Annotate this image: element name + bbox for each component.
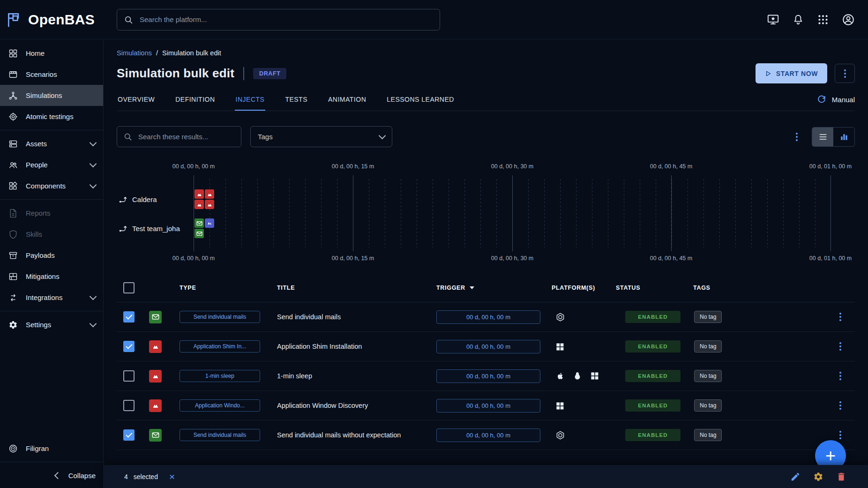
clear-selection-button[interactable]: × [166, 471, 178, 482]
sidebar-item-atomic-testings[interactable]: Atomic testings [0, 106, 103, 127]
more-vert-icon [839, 316, 841, 318]
people-icon [8, 160, 18, 170]
openbas-logo[interactable]: OpenBAS [0, 11, 104, 29]
status-chip: ENABLED [625, 429, 681, 441]
results-search[interactable] [117, 126, 241, 147]
sidebar-divider [0, 462, 103, 462]
channel-icon[interactable] [205, 218, 214, 228]
sidebar-item-integrations[interactable]: Integrations [0, 287, 103, 308]
route-icon [119, 224, 127, 233]
inject-type-chip: Application Shim In... [180, 340, 260, 353]
sidebar-item-skills[interactable]: Skills [0, 224, 103, 245]
column-header-type: TYPE [145, 285, 277, 291]
sidebar-item-label: Simulations [26, 91, 62, 99]
row-checkbox[interactable] [123, 429, 135, 441]
update-mode-button[interactable]: Manual [816, 94, 855, 105]
timeline-row-test-team: Test team_joha [117, 214, 855, 243]
results-search-input[interactable] [137, 132, 235, 141]
sidebar-item-people[interactable]: People [0, 154, 103, 175]
table-row[interactable]: 1-min sleep 1-min sleep 00 d, 00 h, 00 m… [117, 361, 855, 391]
row-menu-button[interactable] [835, 310, 846, 323]
row-checkbox[interactable] [123, 370, 135, 382]
status-chip: ENABLED [625, 399, 681, 412]
sidebar-item-label: Filigran [26, 444, 49, 452]
caldera-icon[interactable] [205, 189, 214, 199]
email-icon[interactable] [195, 218, 204, 228]
row-checkbox[interactable] [123, 311, 135, 323]
sidebar-item-mitigations[interactable]: Mitigations [0, 266, 103, 287]
row-checkbox[interactable] [123, 400, 135, 411]
sidebar-item-label: Mitigations [26, 272, 60, 280]
tab-lessons-learned[interactable]: LESSONS LEARNED [386, 88, 455, 111]
screencast-icon[interactable] [767, 13, 779, 26]
account-icon[interactable] [842, 13, 855, 26]
tab-definition[interactable]: DEFINITION [174, 88, 216, 111]
apps-icon[interactable] [817, 14, 829, 26]
trigger-chip[interactable]: 00 d, 00 h, 00 m [436, 369, 540, 383]
table-row[interactable]: Send individual mails Send individual ma… [117, 302, 855, 332]
row-menu-button[interactable] [835, 428, 846, 442]
distribution-view-toggle[interactable] [833, 128, 854, 146]
sidebar-item-settings[interactable]: Settings [0, 314, 103, 335]
tags-filter-select[interactable]: Tags [250, 126, 392, 147]
more-vert-icon [839, 405, 841, 406]
tags-filter-label: Tags [258, 133, 273, 141]
tab-animation[interactable]: ANIMATION [327, 88, 367, 111]
tab-overview[interactable]: OVERVIEW [117, 88, 156, 111]
caldera-icon[interactable] [195, 189, 204, 199]
table-row[interactable]: Send individual mails Send individual ma… [117, 420, 855, 450]
trigger-chip[interactable]: 00 d, 00 h, 00 m [436, 340, 540, 353]
table-row[interactable]: Application Windo... Application Window … [117, 391, 855, 420]
sidebar-divider [0, 311, 103, 311]
trigger-chip[interactable]: 00 d, 00 h, 00 m [436, 310, 540, 324]
route-icon [119, 195, 127, 204]
trigger-chip[interactable]: 00 d, 00 h, 00 m [436, 399, 540, 413]
sidebar-item-label: Integrations [26, 293, 62, 301]
sidebar-item-reports[interactable]: Reports [0, 203, 103, 224]
inject-title: Send individual mails without expectatio… [277, 431, 436, 439]
inject-type-chip: 1-min sleep [180, 370, 260, 382]
topbar: OpenBAS [0, 0, 868, 39]
more-vert-icon [839, 345, 841, 347]
tab-tests[interactable]: TESTS [284, 88, 308, 111]
email-icon[interactable] [195, 229, 204, 238]
bulk-edit-button[interactable] [790, 472, 801, 482]
sidebar-item-scenarios[interactable]: Scenarios [0, 64, 103, 85]
select-all-checkbox[interactable] [123, 282, 135, 293]
breadcrumb-simulations-link[interactable]: Simulations [117, 49, 152, 57]
caldera-icon[interactable] [205, 200, 214, 209]
trigger-chip[interactable]: 00 d, 00 h, 00 m [436, 428, 540, 442]
bulk-delete-button[interactable] [836, 472, 846, 482]
sidebar-item-label: Atomic testings [26, 113, 74, 120]
start-now-button[interactable]: START NOW [756, 63, 827, 83]
bulk-update-button[interactable] [813, 472, 823, 482]
row-menu-button[interactable] [835, 399, 846, 412]
timeline-tick: 00 d, 01 h, 00 m [809, 163, 852, 170]
selection-actions [790, 472, 846, 482]
list-view-toggle[interactable] [812, 128, 833, 146]
row-menu-button[interactable] [835, 369, 846, 383]
timeline-axis-bottom: 00 d, 00 h, 00 m 00 d, 00 h, 15 m 00 d, … [117, 255, 855, 263]
notifications-icon[interactable] [792, 14, 804, 26]
sidebar-item-simulations[interactable]: Simulations [0, 85, 103, 106]
global-search-input[interactable] [139, 15, 433, 24]
tab-injects[interactable]: INJECTS [235, 88, 266, 111]
page-menu-button[interactable] [835, 64, 855, 83]
sidebar-item-home[interactable]: Home [0, 43, 103, 64]
row-checkbox[interactable] [123, 341, 135, 352]
internal-platform-icon [555, 312, 565, 322]
global-search[interactable] [117, 9, 440, 30]
caldera-icon[interactable] [195, 200, 204, 209]
list-options-button[interactable] [792, 131, 801, 143]
list-icon [818, 132, 828, 142]
row-menu-button[interactable] [835, 340, 846, 353]
sidebar-item-payloads[interactable]: Payloads [0, 245, 103, 266]
table-row[interactable]: Application Shim In... Application Shim … [117, 332, 855, 361]
sidebar-item-assets[interactable]: Assets [0, 133, 103, 154]
column-header-trigger[interactable]: TRIGGER [436, 285, 552, 291]
sidebar-item-filigran[interactable]: Filigran [0, 438, 103, 459]
sidebar-collapse-button[interactable]: Collapse [0, 465, 103, 486]
timeline-row-label: Test team_joha [117, 224, 190, 233]
sidebar-item-components[interactable]: Components [0, 175, 103, 196]
scenarios-icon [8, 70, 18, 79]
